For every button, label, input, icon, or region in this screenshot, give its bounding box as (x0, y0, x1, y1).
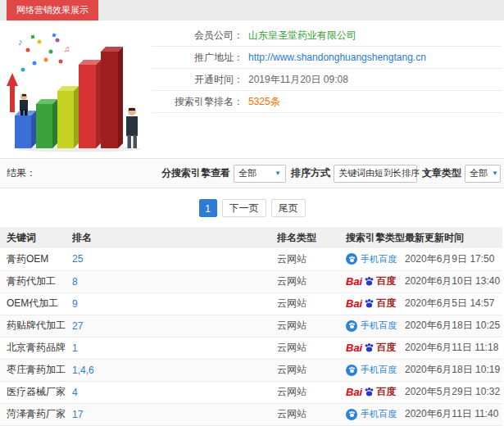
article-type-filter-label: 文章类型 (422, 166, 461, 180)
info-row-promo-url: 推广地址： http://www.shandonghuangshengtang.… (152, 47, 502, 69)
rank-type-cell: 云网站 (277, 292, 346, 315)
rank-type-cell: 云网站 (277, 270, 346, 292)
mobile-baidu-icon (346, 365, 357, 376)
rank-count-value: 5325条 (248, 95, 280, 109)
rank-cell[interactable]: 8 (72, 270, 277, 292)
updated-time-cell: 2020年6月18日 10:19 (405, 359, 502, 381)
updated-time-cell: 2020年5月29日 10:32 (405, 381, 502, 403)
info-row-rank-count: 搜索引擎排名： 5325条 (152, 91, 502, 113)
info-row-open-time: 开通时间： 2019年11月20日 09:08 (152, 69, 502, 91)
baidu-paw-icon (364, 298, 375, 309)
rank-cell[interactable]: 17 (72, 403, 277, 425)
tab-marketing-display[interactable]: 网络营销效果展示 (7, 0, 98, 20)
engine-type-cell: Bai 百度 手机百度 (346, 359, 405, 381)
engine-type-cell: Bai 百度 手机百度 (346, 292, 405, 315)
engine-type-cell: Bai 百度 手机百度 (346, 403, 405, 425)
bar-chart-illustration: ♪ ♫ (3, 27, 144, 154)
table-row: 医疗器械厂家 4 云网站 Bai 百度 手机百度 (0, 381, 502, 403)
mobile-baidu-icon (346, 409, 357, 420)
keyword-cell: OEM代加工 (0, 292, 72, 315)
article-type-select[interactable]: 全部 ▼ (465, 165, 501, 183)
table-row: 北京膏药品牌 1 云网站 Bai 百度 手机百度 (0, 337, 502, 359)
updated-time-cell: 2020年6月18日 10:25 (405, 315, 502, 337)
mobile-baidu-icon (346, 253, 357, 265)
baidu-paw-icon (364, 387, 375, 397)
info-row-company: 会员公司： 山东皇圣堂药业有限公司 (152, 25, 502, 47)
rank-count-label: 搜索引擎排名： (152, 95, 243, 109)
sort-select[interactable]: 关键词由短到长排序 ▼ (334, 165, 417, 183)
marketing-report-page: 网络营销效果展示 ♪ ♫ (0, 0, 504, 426)
engine-type-cell: Bai 百度 手机百度 (346, 337, 405, 359)
baidu-logo: Bai 百度 (346, 274, 396, 288)
open-time-value: 2019年11月20日 09:08 (248, 73, 348, 87)
keyword-cell: 菏泽膏药厂家 (0, 403, 72, 425)
baidu-logo: Bai 百度 (346, 297, 396, 310)
engine-type-cell: Bai 百度 手机百度 (346, 315, 405, 337)
table-row: 菏泽膏药厂家 17 云网站 Bai 百度 手机百度 (0, 403, 502, 425)
baidu-paw-icon (364, 276, 375, 287)
updated-time-cell: 2020年6月11日 11:40 (405, 403, 502, 425)
promo-url-link[interactable]: http://www.shandonghuangshengtang.cn (248, 52, 426, 63)
engine-select-value: 全部 (238, 167, 257, 179)
last-page-button[interactable]: 尾页 (271, 199, 306, 217)
keyword-cell: 膏药代加工 (0, 270, 72, 292)
mobile-baidu-logo: 手机百度 (346, 408, 397, 420)
rank-cell[interactable]: 9 (72, 292, 277, 315)
rank-type-cell: 云网站 (277, 359, 346, 381)
header-updated: 最新更新时间 (405, 227, 502, 248)
promo-url-label: 推广地址： (152, 51, 243, 65)
growth-chart-graphic: ♪ ♫ (3, 27, 144, 154)
rank-cell[interactable]: 25 (72, 248, 277, 270)
baidu-logo: Bai 百度 (346, 341, 396, 355)
filter-bar: 结果： 分搜索引擎查看 全部 ▼ 排序方式 关键词由短到长排序 ▼ 文章类型 全… (0, 158, 504, 188)
updated-time-cell: 2020年6月10日 13:40 (405, 270, 502, 292)
updated-time-cell: 2020年6月9日 17:50 (405, 248, 502, 270)
keyword-cell: 医疗器械厂家 (0, 381, 72, 403)
sort-select-value: 关键词由短到长排序 (338, 167, 420, 179)
engine-filter-label: 分搜索引擎查看 (161, 166, 230, 180)
info-fields: 会员公司： 山东皇圣堂药业有限公司 推广地址： http://www.shand… (152, 20, 504, 113)
engine-type-cell: Bai 百度 手机百度 (346, 270, 405, 292)
table-header-row: 关键词 排名 排名类型 搜索引擎类型 最新更新时间 (0, 227, 502, 248)
rank-cell[interactable]: 27 (72, 315, 277, 337)
table-row: 枣庄膏药加工 1,4,6 云网站 Bai 百度 手机百度 (0, 359, 502, 381)
rank-cell[interactable]: 1,4,6 (72, 359, 277, 381)
open-time-label: 开通时间： (152, 73, 243, 87)
next-page-button[interactable]: 下一页 (222, 199, 266, 217)
keyword-cell: 北京膏药品牌 (0, 337, 72, 359)
keyword-cell: 药贴牌代加工 (0, 315, 72, 337)
table-row: 膏药代加工 8 云网站 Bai 百度 手机百度 (0, 270, 502, 292)
engine-select[interactable]: 全部 ▼ (234, 165, 286, 183)
page-1-button[interactable]: 1 (199, 199, 217, 217)
rank-type-cell: 云网站 (277, 403, 346, 425)
rank-type-cell: 云网站 (277, 248, 346, 270)
chevron-down-icon: ▼ (275, 170, 281, 177)
article-type-select-value: 全部 (470, 167, 488, 179)
mobile-baidu-icon (346, 320, 357, 332)
engine-type-cell: Bai 百度 手机百度 (346, 248, 405, 270)
mobile-baidu-logo: 手机百度 (346, 253, 397, 265)
keyword-cell: 枣庄膏药加工 (0, 359, 72, 381)
mobile-baidu-logo: 手机百度 (346, 320, 397, 332)
baidu-logo: Bai 百度 (346, 385, 396, 399)
sort-filter-label: 排序方式 (291, 166, 330, 180)
pagination: 1 下一页 尾页 (0, 188, 504, 227)
keyword-cell: 膏药OEM (0, 248, 72, 270)
header-keyword: 关键词 (0, 227, 72, 248)
company-label: 会员公司： (152, 29, 243, 43)
svg-text:♫: ♫ (64, 44, 70, 53)
header-engine-type: 搜索引擎类型 (346, 227, 405, 248)
company-name-link[interactable]: 山东皇圣堂药业有限公司 (248, 29, 356, 43)
account-info-section: ♪ ♫ (0, 20, 504, 158)
result-label: 结果： (7, 166, 36, 180)
rank-type-cell: 云网站 (277, 337, 346, 359)
updated-time-cell: 2020年6月11日 11:18 (405, 337, 502, 359)
rank-cell[interactable]: 1 (72, 337, 277, 359)
header-rank-type: 排名类型 (277, 227, 346, 248)
rank-cell[interactable]: 4 (72, 381, 277, 403)
chevron-down-icon: ▼ (492, 170, 498, 177)
filter-controls: 分搜索引擎查看 全部 ▼ 排序方式 关键词由短到长排序 ▼ 文章类型 全部 ▼ … (161, 159, 504, 188)
baidu-paw-icon (364, 342, 375, 353)
results-table: 关键词 排名 排名类型 搜索引擎类型 最新更新时间 膏药OEM 25 云网站 B… (0, 227, 502, 426)
topbar: 网络营销效果展示 (0, 0, 504, 20)
